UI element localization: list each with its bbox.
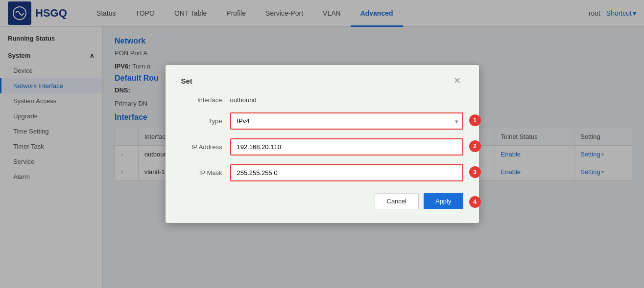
modal-type-row: Type IPv4 IPv6 1: [181, 112, 463, 130]
modal-interface-label: Interface: [181, 96, 230, 104]
modal-mask-label: IP Mask: [181, 169, 230, 177]
modal-overlay: ForclCP Set ✕ Interface outbound Type IP…: [0, 0, 644, 288]
cancel-button[interactable]: Cancel: [375, 193, 419, 209]
modal-type-label: Type: [181, 117, 230, 125]
modal-ip-row: IP Address 2: [181, 138, 463, 155]
modal-dialog: ForclCP Set ✕ Interface outbound Type IP…: [166, 65, 479, 223]
modal-ip-input[interactable]: [230, 138, 463, 155]
modal-mask-input-wrap: [230, 164, 463, 181]
step-badge-3: 3: [469, 166, 481, 178]
modal-footer: Cancel Apply 4: [181, 193, 463, 209]
modal-ip-input-wrap: [230, 138, 463, 155]
step-badge-2: 2: [469, 140, 481, 152]
apply-button[interactable]: Apply: [424, 193, 463, 209]
modal-mask-row: IP Mask 3: [181, 164, 463, 181]
modal-type-select[interactable]: IPv4 IPv6: [230, 112, 463, 130]
modal-ip-label: IP Address: [181, 143, 230, 151]
step-badge-4: 4: [469, 196, 481, 208]
modal-header: Set ✕: [181, 75, 463, 87]
step-badge-1: 1: [469, 114, 481, 126]
modal-close-button[interactable]: ✕: [452, 75, 463, 87]
modal-mask-input[interactable]: [230, 164, 463, 181]
modal-interface-row: Interface outbound: [181, 96, 463, 104]
modal-interface-value: outbound: [230, 96, 257, 104]
modal-title: Set: [181, 77, 192, 85]
modal-type-select-wrapper: IPv4 IPv6: [230, 112, 463, 130]
